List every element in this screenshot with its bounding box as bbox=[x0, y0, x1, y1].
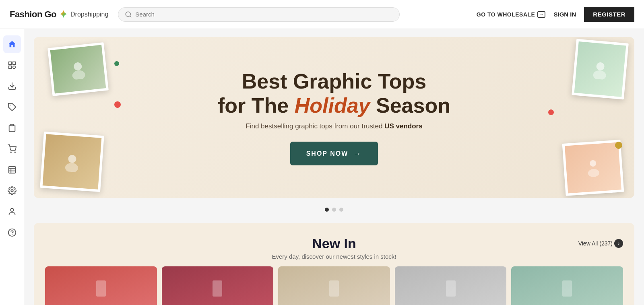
tag-icon bbox=[8, 103, 17, 111]
deco-dot-1 bbox=[114, 101, 121, 108]
view-all-button[interactable]: View All (237) › bbox=[578, 239, 623, 248]
goto-wholesale-label: GO TO WHOLESALE bbox=[477, 11, 535, 18]
header: Fashion Go ✦ Dropshipping GO TO WHOLESAL… bbox=[0, 0, 644, 29]
svg-point-26 bbox=[588, 169, 599, 177]
sidebar-item-tag[interactable] bbox=[3, 98, 21, 116]
sidebar bbox=[0, 29, 24, 305]
search-bar[interactable] bbox=[118, 7, 400, 22]
user-icon bbox=[8, 207, 17, 216]
banner-title-line2-suffix: Season bbox=[370, 94, 450, 117]
banner-title-holiday: Holiday bbox=[295, 94, 370, 117]
logo: Fashion Go ✦ Dropshipping bbox=[10, 8, 108, 21]
logo-subtitle: Dropshipping bbox=[70, 11, 108, 18]
svg-point-19 bbox=[73, 62, 82, 71]
product-silhouette-5 bbox=[559, 276, 575, 301]
view-all-arrow-icon: › bbox=[614, 239, 623, 248]
home-icon bbox=[8, 40, 17, 49]
arrow-icon: → bbox=[353, 149, 362, 158]
svg-point-9 bbox=[10, 152, 11, 152]
sidebar-item-download[interactable] bbox=[3, 77, 21, 95]
shop-now-label: SHOP NOW bbox=[306, 150, 349, 157]
new-in-section: New In Every day, discover our newest st… bbox=[34, 223, 634, 305]
search-icon bbox=[125, 11, 132, 18]
banner-photo-3 bbox=[572, 39, 629, 100]
svg-rect-11 bbox=[8, 167, 15, 173]
header-actions: GO TO WHOLESALE SIGN IN REGISTER bbox=[477, 7, 634, 22]
new-in-subtitle: Every day, discover our newest styles in… bbox=[238, 253, 431, 260]
product-silhouette-4 bbox=[443, 276, 459, 301]
svg-point-16 bbox=[10, 208, 13, 211]
svg-point-5 bbox=[12, 66, 15, 68]
banner-subtitle-bold: US vendors bbox=[384, 122, 422, 130]
carousel-dot-2[interactable] bbox=[332, 208, 336, 212]
svg-point-10 bbox=[14, 152, 15, 152]
help-icon bbox=[8, 228, 17, 237]
product-silhouette-3 bbox=[326, 276, 342, 301]
sidebar-item-visual-search[interactable] bbox=[3, 56, 21, 74]
svg-point-25 bbox=[589, 160, 596, 167]
banner-title-line2-prefix: for The bbox=[218, 94, 295, 117]
product-thumb-4[interactable] bbox=[395, 266, 507, 305]
sidebar-item-settings[interactable] bbox=[3, 182, 21, 200]
product-silhouette-1 bbox=[93, 276, 109, 301]
svg-point-21 bbox=[68, 155, 76, 163]
banner-subtitle: Find bestselling graphic tops from our t… bbox=[218, 122, 450, 130]
new-in-title: New In bbox=[238, 236, 431, 251]
shop-now-button[interactable]: SHOP NOW → bbox=[290, 142, 378, 165]
photo-placeholder-3 bbox=[589, 58, 611, 80]
wholesale-icon bbox=[537, 11, 545, 18]
carousel-dot-3[interactable] bbox=[339, 208, 343, 212]
view-all-label: View All (237) bbox=[578, 240, 613, 247]
svg-rect-30 bbox=[446, 280, 456, 297]
product-thumb-3[interactable] bbox=[278, 266, 390, 305]
banner-photo-4 bbox=[562, 140, 624, 196]
svg-rect-27 bbox=[96, 280, 106, 297]
register-button[interactable]: REGISTER bbox=[584, 7, 634, 22]
sidebar-item-user[interactable] bbox=[3, 203, 21, 221]
product-strip bbox=[45, 266, 623, 305]
brand-name: Fashion Go bbox=[10, 9, 56, 20]
svg-point-22 bbox=[65, 163, 78, 173]
svg-point-15 bbox=[11, 190, 13, 192]
svg-rect-8 bbox=[10, 124, 13, 126]
svg-rect-2 bbox=[8, 62, 11, 64]
svg-line-1 bbox=[130, 16, 131, 17]
svg-point-24 bbox=[593, 70, 607, 80]
product-thumb-5[interactable] bbox=[511, 266, 623, 305]
sidebar-item-cart[interactable] bbox=[3, 140, 21, 158]
main-content: Best Graphic Tops for The Holiday Season… bbox=[24, 29, 644, 305]
svg-rect-31 bbox=[562, 280, 572, 297]
photo-placeholder-4 bbox=[582, 157, 604, 178]
hero-banner: Best Graphic Tops for The Holiday Season… bbox=[34, 37, 634, 198]
banner-photos-right bbox=[514, 37, 634, 198]
sidebar-item-home[interactable] bbox=[3, 35, 21, 53]
banner-title: Best Graphic Tops for The Holiday Season bbox=[218, 70, 450, 118]
download-icon bbox=[8, 82, 17, 91]
svg-rect-3 bbox=[12, 62, 15, 64]
table-icon bbox=[8, 165, 17, 174]
photo-placeholder-2 bbox=[61, 151, 83, 172]
search-input[interactable] bbox=[135, 11, 393, 18]
carousel-dot-1[interactable] bbox=[325, 208, 329, 212]
cart-icon bbox=[8, 144, 17, 153]
deco-dot-3 bbox=[548, 109, 554, 115]
clipboard-icon bbox=[8, 124, 17, 132]
svg-rect-29 bbox=[329, 280, 339, 297]
deco-dot-4 bbox=[615, 142, 622, 149]
visual-search-icon bbox=[8, 61, 17, 70]
banner-title-line1: Best Graphic Tops bbox=[242, 70, 426, 93]
svg-rect-28 bbox=[213, 280, 222, 297]
goto-wholesale-button[interactable]: GO TO WHOLESALE bbox=[477, 11, 546, 18]
sidebar-item-help[interactable] bbox=[3, 224, 21, 241]
sign-in-button[interactable]: SIGN IN bbox=[553, 11, 576, 18]
banner-photo-1 bbox=[47, 42, 109, 96]
photo-placeholder-1 bbox=[67, 58, 89, 80]
sidebar-item-clipboard[interactable] bbox=[3, 119, 21, 137]
product-thumb-1[interactable] bbox=[45, 266, 157, 305]
main-layout: Best Graphic Tops for The Holiday Season… bbox=[0, 29, 644, 305]
banner-text: Best Graphic Tops for The Holiday Season… bbox=[218, 70, 450, 166]
product-thumb-2[interactable] bbox=[162, 266, 274, 305]
svg-point-23 bbox=[596, 62, 605, 71]
sidebar-item-table[interactable] bbox=[3, 161, 21, 179]
logo-star-icon: ✦ bbox=[59, 8, 68, 21]
